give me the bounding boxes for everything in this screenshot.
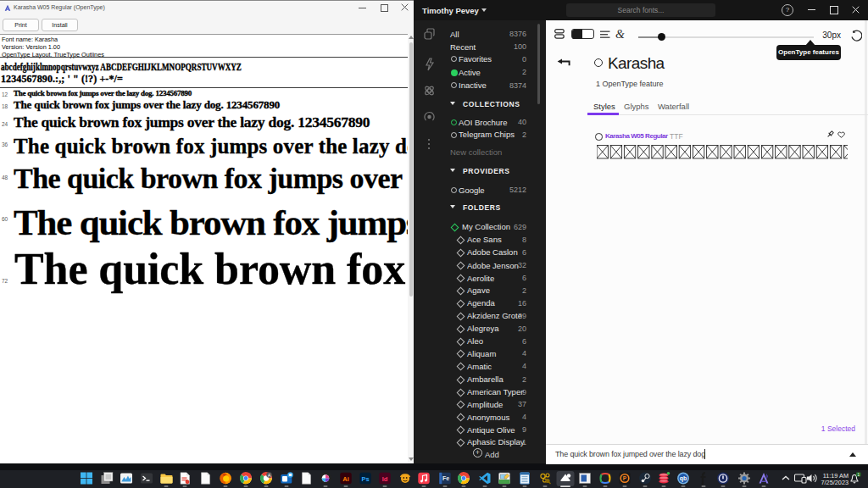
svg-text:Ai: Ai [342,475,349,483]
svg-text:Id: Id [382,475,388,483]
svg-text:7/25/2023: 7/25/2023 [821,479,849,486]
svg-text:Fe: Fe [442,475,449,481]
svg-text:qb: qb [680,475,687,482]
svg-text:P: P [623,475,627,481]
svg-text:A: A [268,473,271,478]
svg-text:Ps: Ps [361,475,369,483]
